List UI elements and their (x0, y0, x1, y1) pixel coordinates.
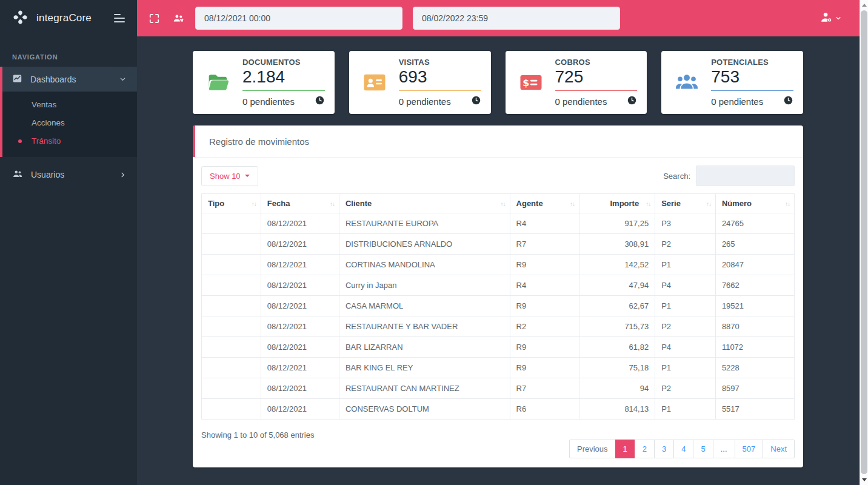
sidebar-item-ventas[interactable]: Ventas (2, 96, 137, 114)
active-bullet-icon (18, 139, 22, 143)
page-button-4[interactable]: 4 (673, 440, 693, 458)
search-input[interactable] (696, 166, 795, 186)
stat-card-divider (399, 90, 481, 91)
column-label: Fecha (267, 199, 290, 208)
stat-card-cobros: $ COBROS 725 0 pendientes (506, 51, 647, 114)
scroll-down-arrow-icon[interactable] (862, 478, 867, 481)
cell-agente: R9 (510, 255, 579, 275)
stat-card-title: VISITAS (399, 58, 481, 67)
stat-card-value: 693 (399, 67, 481, 87)
cell-serie: P2 (655, 234, 716, 255)
cell-importe: 94 (579, 378, 655, 399)
svg-text:$: $ (522, 78, 529, 89)
column-header-serie[interactable]: Serie↑↓ (655, 194, 716, 213)
stat-card-divider (711, 90, 793, 91)
scroll-up-arrow-icon[interactable] (862, 4, 867, 7)
panel-title: Registro de movimientos (209, 136, 309, 147)
column-header-numero[interactable]: Número↑↓ (715, 194, 794, 213)
sidebar-item-label: Dashboards (30, 75, 76, 84)
column-label: Cliente (346, 199, 372, 208)
cell-fecha: 08/12/2021 (261, 358, 339, 378)
page-button-previous[interactable]: Previous (569, 440, 616, 458)
table-row: 08/12/2021DISTRIBUCIONES ARNALDOR7308,91… (202, 234, 795, 255)
caret-down-icon (245, 175, 250, 177)
column-header-importe[interactable]: Importe↑↓ (579, 194, 655, 213)
column-label: Serie (661, 199, 681, 208)
sort-icon: ↑↓ (646, 200, 650, 207)
scrollbar-thumb[interactable] (861, 10, 867, 474)
table-header-row: Tipo↑↓Fecha↑↓Cliente↑↓Agente↑↓Importe↑↓S… (202, 194, 795, 213)
page-scrollbar (860, 0, 868, 485)
cell-agente: R9 (510, 358, 579, 378)
page-button-next[interactable]: Next (763, 440, 795, 458)
clock-icon (783, 95, 793, 107)
stat-card-divider (555, 90, 638, 91)
stat-card-body: POTENCIALES 753 0 pendientes (711, 58, 793, 107)
cell-importe: 61,82 (579, 337, 655, 358)
sidebar-item-dashboards[interactable]: Dashboards (2, 67, 137, 92)
stat-card-body: COBROS 725 0 pendientes (555, 58, 638, 107)
money-check-icon: $ (517, 70, 545, 95)
page-button-1[interactable]: 1 (615, 440, 635, 458)
user-menu-button[interactable] (820, 10, 841, 27)
submenu-item-label: Ventas (32, 100, 56, 109)
chart-icon (12, 73, 22, 85)
menu-group-dashboards: Dashboards Ventas Acciones Tránsito (0, 67, 137, 157)
sidebar-item-usuarios[interactable]: Usuarios (0, 162, 137, 187)
column-header-fecha[interactable]: Fecha↑↓ (261, 194, 339, 213)
stat-card-title: COBROS (555, 58, 638, 67)
cell-numero: 5228 (715, 358, 794, 378)
brand: integraCore (0, 0, 137, 36)
cell-importe: 308,91 (579, 234, 655, 255)
stat-card-title: DOCUMENTOS (242, 58, 325, 67)
search-label: Search: (663, 172, 690, 181)
page-button-507[interactable]: 507 (735, 440, 764, 458)
page-button-5[interactable]: 5 (693, 440, 713, 458)
stat-card-body: VISITAS 693 0 pendientes (399, 58, 481, 107)
column-header-agente[interactable]: Agente↑↓ (510, 194, 579, 213)
stat-card-value: 753 (711, 67, 793, 87)
menu-collapse-icon[interactable] (114, 14, 125, 22)
users-group-icon (673, 70, 701, 95)
cell-numero: 5517 (715, 399, 794, 420)
cell-cliente: Curry in Japan (339, 275, 510, 296)
sidebar: integraCore NAVIGATION Dashboards Ventas… (0, 0, 137, 485)
stat-card-visitas: VISITAS 693 0 pendientes (349, 51, 491, 114)
cell-cliente: RESTAURANT CAN MARTINEZ (339, 378, 510, 399)
clock-icon (627, 95, 637, 107)
cell-cliente: CASA MARMOL (339, 296, 510, 316)
sidebar-item-transito[interactable]: Tránsito (2, 132, 137, 150)
cell-tipo (202, 234, 261, 255)
date-to-input[interactable] (413, 7, 620, 30)
clock-icon (315, 95, 325, 107)
cell-agente: R7 (510, 234, 579, 255)
topbar (137, 0, 860, 36)
date-from-input[interactable] (195, 7, 402, 30)
cell-fecha: 08/12/2021 (261, 213, 339, 234)
cell-serie: P4 (655, 275, 716, 296)
cell-tipo (202, 255, 261, 275)
cell-cliente: RESTAURANTE EUROPA (339, 213, 510, 234)
fullscreen-icon[interactable] (149, 13, 160, 24)
sort-icon: ↑↓ (501, 200, 506, 207)
page-button-3[interactable]: 3 (654, 440, 674, 458)
cell-cliente: RESTAURANTE Y BAR VADER (339, 316, 510, 337)
sidebar-item-acciones[interactable]: Acciones (2, 114, 137, 132)
stat-card-documentos: DOCUMENTOS 2.184 0 pendientes (193, 51, 335, 114)
cell-importe: 715,73 (579, 316, 655, 337)
cell-cliente: BAR LIZARRAN (339, 337, 510, 358)
page-length-dropdown[interactable]: Show 10 (201, 166, 258, 186)
cell-cliente: DISTRIBUCIONES ARNALDO (339, 234, 510, 255)
cell-agente: R6 (510, 399, 579, 420)
cell-tipo (202, 296, 261, 316)
user-cog-icon (820, 10, 833, 27)
stat-card-body: DOCUMENTOS 2.184 0 pendientes (242, 58, 325, 107)
column-header-tipo[interactable]: Tipo↑↓ (202, 194, 261, 213)
stat-card-divider (242, 90, 325, 91)
page-button-2[interactable]: 2 (635, 440, 655, 458)
column-header-cliente[interactable]: Cliente↑↓ (339, 194, 510, 213)
cell-tipo (202, 316, 261, 337)
cell-numero: 19521 (715, 296, 794, 316)
team-icon[interactable] (172, 12, 185, 25)
cell-importe: 62,67 (579, 296, 655, 316)
